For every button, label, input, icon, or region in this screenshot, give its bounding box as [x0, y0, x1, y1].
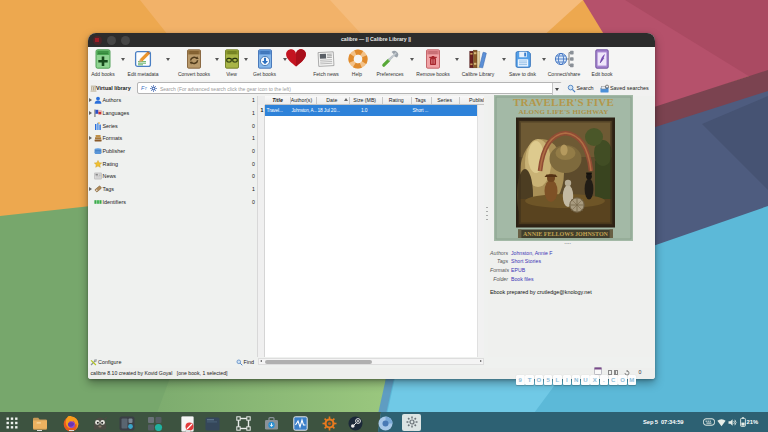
- svg-text:ANNIE FELLOWS JOHNSTON: ANNIE FELLOWS JOHNSTON: [523, 231, 609, 237]
- svg-text:TRAVELER'S FIVE: TRAVELER'S FIVE: [513, 96, 614, 108]
- svg-text:ALONG LIFE'S HIGHWAY: ALONG LIFE'S HIGHWAY: [518, 108, 608, 116]
